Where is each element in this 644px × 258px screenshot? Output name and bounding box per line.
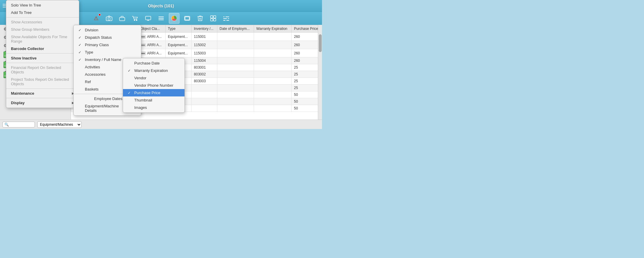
- svg-rect-21: [225, 20, 226, 21]
- cm1-sep-3: [6, 63, 79, 63]
- cm1-show-accessories[interactable]: Show Accessories: [6, 18, 79, 26]
- svg-rect-16: [223, 17, 229, 17]
- grid-toolbar-icon[interactable]: [208, 13, 219, 24]
- cm1-show-inactive[interactable]: Show Inactive: [6, 54, 79, 62]
- search-icon: 🔍: [4, 122, 9, 127]
- cm2-dispatch-check: ✓: [78, 36, 82, 40]
- cart-toolbar-icon[interactable]: [130, 13, 140, 24]
- cm1-sep-2: [6, 53, 79, 54]
- scrollbar-thumb[interactable]: [319, 34, 322, 52]
- col-inventory[interactable]: Inventory /...: [191, 25, 217, 33]
- svg-rect-7: [158, 18, 164, 19]
- cm2-dispatch-status[interactable]: ✓ Dispatch Status: [74, 34, 141, 41]
- svg-point-1: [108, 18, 110, 20]
- list-toolbar-icon[interactable]: [156, 13, 166, 24]
- context-menu-1: Solo View In Tree Add To Tree Show Acces…: [6, 0, 79, 108]
- col-warranty[interactable]: Warranty Expiration: [254, 25, 291, 33]
- camera-toolbar-icon[interactable]: [104, 13, 114, 24]
- cm1-show-available[interactable]: Show Available Objects For Time Range: [6, 33, 79, 45]
- window-title: Objects (101): [148, 4, 174, 8]
- monitor-toolbar-icon[interactable]: [143, 13, 153, 24]
- svg-rect-13: [213, 16, 216, 18]
- cm3-purchase-price[interactable]: ✓ Purchase Price: [123, 89, 185, 96]
- cm3-warranty[interactable]: ✓ Warranty Expiration: [123, 67, 185, 74]
- pie-chart-toolbar-icon[interactable]: [169, 13, 179, 24]
- cm3-vendor[interactable]: Vendor: [123, 74, 185, 82]
- cm1-maintenance[interactable]: Maintenance ▶: [6, 90, 79, 97]
- cm3-warranty-check: ✓: [128, 69, 132, 73]
- layers-toolbar-icon[interactable]: [182, 13, 192, 24]
- cm1-sep-1: [6, 17, 79, 17]
- search-input[interactable]: [10, 122, 34, 127]
- cm2-primary-class[interactable]: ✓ Primary Class: [74, 41, 141, 49]
- cm2-inventory-check: ✓: [78, 58, 82, 62]
- col-class[interactable]: Object Cla...: [138, 25, 165, 33]
- cm2-division[interactable]: ✓ Division: [74, 26, 141, 34]
- briefcase-toolbar-icon[interactable]: [117, 13, 127, 24]
- cm3-images[interactable]: Images: [123, 104, 185, 111]
- svg-rect-8: [158, 20, 164, 20]
- cm2-type[interactable]: ✓ Type: [74, 49, 141, 56]
- cm1-financial-report[interactable]: Financial Report On Selected Objects: [6, 64, 79, 76]
- svg-rect-5: [145, 16, 151, 20]
- cm3-thumbnail[interactable]: Thumbnail: [123, 96, 185, 104]
- search-box: 🔍: [2, 122, 35, 128]
- cm1-display[interactable]: Display ▶: [6, 99, 79, 107]
- col-price[interactable]: Purchase Price: [292, 25, 322, 33]
- cm1-add-to-tree[interactable]: Add To Tree: [6, 9, 79, 16]
- cm2-type-check: ✓: [78, 50, 82, 54]
- cm1-sep-5: [6, 98, 79, 98]
- svg-rect-12: [211, 16, 213, 18]
- svg-rect-15: [213, 19, 216, 21]
- context-menu-3: Purchase Date ✓ Warranty Expiration Vend…: [123, 58, 185, 113]
- cm2-primary-check: ✓: [78, 43, 82, 47]
- vertical-scrollbar[interactable]: [318, 25, 322, 129]
- svg-point-3: [134, 20, 135, 21]
- cm1-show-group-members[interactable]: Show Group Members: [6, 26, 79, 33]
- col-dateEmp[interactable]: Date of Employm...: [217, 25, 254, 33]
- svg-rect-6: [158, 17, 164, 17]
- bottom-bar: 🔍 Equipment/Machines All Objects People …: [0, 120, 322, 129]
- svg-rect-17: [223, 18, 229, 19]
- filter-select[interactable]: Equipment/Machines All Objects People Lo…: [37, 121, 82, 128]
- svg-rect-2: [119, 17, 125, 21]
- cm2-division-check: ✓: [78, 28, 82, 32]
- cm1-barcode[interactable]: Barcode Collector: [6, 45, 79, 52]
- col-type[interactable]: Type: [165, 25, 191, 33]
- svg-rect-20: [227, 18, 228, 20]
- svg-rect-19: [224, 16, 226, 18]
- trash-toolbar-icon[interactable]: [195, 13, 206, 24]
- svg-rect-11: [185, 17, 189, 20]
- cm1-solo-view[interactable]: Solo View In Tree: [6, 1, 79, 9]
- cm3-purchase-price-check: ✓: [128, 91, 132, 95]
- svg-point-4: [136, 20, 137, 21]
- svg-rect-14: [211, 19, 213, 21]
- cm1-sep-4: [6, 88, 79, 89]
- cm3-purchase-date[interactable]: Purchase Date: [123, 59, 185, 67]
- alert-toolbar-icon[interactable]: ⚠: [91, 13, 101, 24]
- cm1-project-todos[interactable]: Project Todos Report On Selected Objects: [6, 76, 79, 88]
- cm3-vendor-phone[interactable]: Vendor Phone Number: [123, 82, 185, 89]
- sliders-toolbar-icon[interactable]: [221, 13, 232, 24]
